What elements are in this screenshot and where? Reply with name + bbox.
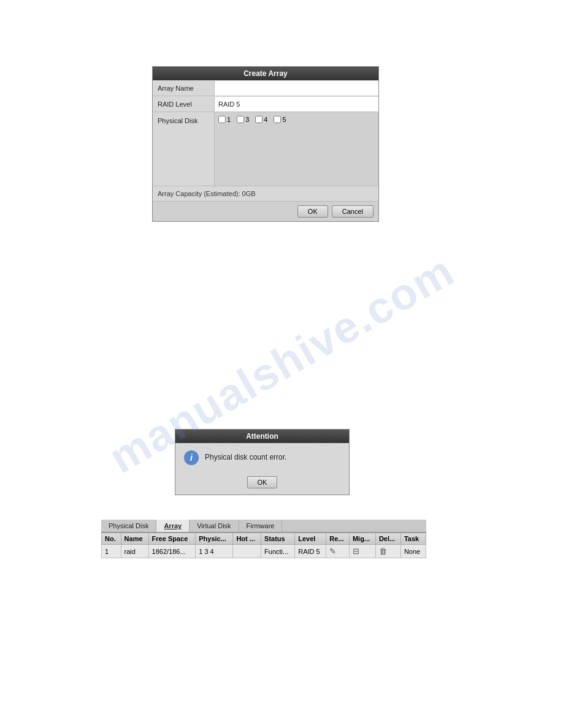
- cell-hot: [233, 545, 261, 558]
- tab-virtual-disk[interactable]: Virtual Disk: [190, 520, 239, 532]
- col-hot: Hot ...: [233, 533, 261, 545]
- array-name-input[interactable]: [218, 85, 375, 92]
- delete-icon[interactable]: 🗑: [379, 547, 387, 556]
- capacity-row: Array Capacity (Estimated): 0GB: [153, 186, 378, 201]
- raid-level-row: RAID Level RAID 5: [153, 96, 378, 112]
- tab-array[interactable]: Array: [156, 520, 190, 532]
- checkbox-group: 1 3 4 5: [218, 116, 375, 123]
- create-array-dialog: Create Array Array Name RAID Level RAID …: [152, 66, 379, 222]
- col-physic: Physic...: [196, 533, 233, 545]
- create-array-ok-button[interactable]: OK: [297, 205, 328, 218]
- table-header-row: No. Name Free Space Physic... Hot ... St…: [102, 533, 426, 545]
- create-array-title: Create Array: [153, 67, 378, 80]
- array-table: No. Name Free Space Physic... Hot ... St…: [101, 533, 426, 558]
- cell-name: raid: [121, 545, 148, 558]
- attention-message: Physical disk count error.: [205, 450, 286, 461]
- tab-physical-disk[interactable]: Physical Disk: [101, 520, 156, 532]
- cell-no: 1: [102, 545, 121, 558]
- attention-body: i Physical disk count error.: [175, 443, 349, 472]
- col-del: Del...: [375, 533, 400, 545]
- cell-free-space: 1862/186...: [148, 545, 196, 558]
- tab-firmware[interactable]: Firmware: [239, 520, 283, 532]
- col-level: Level: [295, 533, 326, 545]
- disk-4-checkbox[interactable]: [255, 116, 262, 123]
- disk-1-checkbox[interactable]: [218, 116, 226, 123]
- create-array-body: Array Name RAID Level RAID 5 Physical Di…: [153, 80, 378, 201]
- cell-migrate[interactable]: ⊟: [349, 545, 375, 558]
- table-section: Physical Disk Array Virtual Disk Firmwar…: [101, 520, 426, 558]
- create-array-footer: OK Cancel: [153, 201, 378, 221]
- cell-delete[interactable]: 🗑: [375, 545, 400, 558]
- col-status: Status: [261, 533, 295, 545]
- cell-level: RAID 5: [295, 545, 326, 558]
- attention-title: Attention: [175, 430, 349, 443]
- raid-level-label: RAID Level: [153, 98, 214, 110]
- rename-icon[interactable]: ✎: [329, 547, 336, 556]
- physical-disk-label: Physical Disk: [153, 112, 214, 129]
- migrate-icon[interactable]: ⊟: [353, 547, 359, 556]
- disk-checkbox-5[interactable]: 5: [274, 116, 286, 123]
- col-task: Task: [400, 533, 426, 545]
- attention-dialog: Attention i Physical disk count error. O…: [175, 429, 350, 495]
- col-re: Re...: [326, 533, 350, 545]
- disk-checkbox-4[interactable]: 4: [255, 116, 267, 123]
- attention-footer: OK: [175, 472, 349, 495]
- physical-disk-area: 1 3 4 5: [214, 112, 378, 186]
- raid-level-value: RAID 5: [214, 97, 378, 112]
- col-name: Name: [121, 533, 148, 545]
- attention-ok-button[interactable]: OK: [247, 476, 278, 488]
- table-row: 1 raid 1862/186... 1 3 4 Functi... RAID …: [102, 545, 426, 558]
- create-array-cancel-button[interactable]: Cancel: [332, 205, 373, 218]
- col-mig: Mig...: [349, 533, 375, 545]
- col-free-space: Free Space: [148, 533, 196, 545]
- physical-disk-row: Physical Disk 1 3 4: [153, 112, 378, 186]
- disk-checkbox-3[interactable]: 3: [237, 116, 249, 123]
- disk-3-checkbox[interactable]: [237, 116, 244, 123]
- cell-status: Functi...: [261, 545, 295, 558]
- capacity-text: Array Capacity (Estimated): 0GB: [158, 190, 256, 197]
- array-name-value: [214, 81, 378, 96]
- array-name-label: Array Name: [153, 82, 214, 94]
- cell-rename[interactable]: ✎: [326, 545, 350, 558]
- col-no: No.: [102, 533, 121, 545]
- tab-bar: Physical Disk Array Virtual Disk Firmwar…: [101, 520, 426, 533]
- cell-task: None: [400, 545, 426, 558]
- disk-checkbox-1[interactable]: 1: [218, 116, 231, 123]
- info-icon: i: [184, 450, 199, 465]
- cell-physic: 1 3 4: [196, 545, 233, 558]
- disk-5-checkbox[interactable]: [274, 116, 281, 123]
- array-name-row: Array Name: [153, 80, 378, 96]
